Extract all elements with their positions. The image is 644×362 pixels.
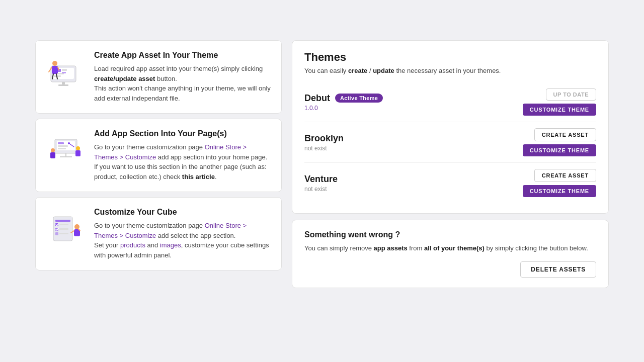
products-link[interactable]: products: [120, 241, 145, 249]
venture-name: Venture: [304, 174, 338, 185]
svg-point-36: [74, 224, 79, 229]
brooklyn-name: Brooklyn: [304, 133, 344, 144]
svg-point-22: [51, 148, 55, 152]
this-article-link[interactable]: this article: [182, 173, 215, 180]
customize-cube-body: Go to your theme customization page Onli…: [94, 221, 271, 260]
svg-rect-31: [59, 224, 68, 225]
theme-row-debut: Debut Active Theme 1.0.0 UP TO DATE CUST…: [304, 82, 596, 122]
app-assets-bold: app assets: [374, 244, 408, 252]
themes-card: Themes You can easily create / update th…: [292, 40, 609, 214]
create-asset-illustration: [46, 51, 86, 91]
venture-info: Venture not exist: [304, 174, 338, 193]
brooklyn-info: Brooklyn not exist: [304, 133, 344, 152]
svg-rect-34: [55, 232, 58, 235]
svg-rect-29: [55, 220, 70, 222]
debut-actions: UP TO DATE CUSTOMIZE THEME: [523, 88, 596, 116]
venture-create-asset-button[interactable]: CREATE ASSET: [534, 169, 596, 182]
svg-rect-6: [62, 72, 66, 73]
customize-cube-title: Customize Your Cube: [94, 208, 271, 217]
debut-version: 1.0.0: [304, 105, 383, 112]
themes-description: You can easily create / update the neces…: [304, 67, 596, 74]
error-title: Something went wrong ?: [304, 230, 596, 239]
brooklyn-status: not exist: [304, 145, 344, 152]
delete-assets-button[interactable]: DELETE ASSETS: [520, 261, 596, 278]
svg-rect-19: [58, 148, 66, 149]
error-card: Something went wrong ? You can simply re…: [292, 220, 609, 288]
theme-row-venture: Venture not exist CREATE ASSET CUSTOMIZE…: [304, 163, 596, 203]
venture-actions: CREATE ASSET CUSTOMIZE THEME: [523, 169, 596, 197]
debut-info: Debut Active Theme 1.0.0: [304, 93, 383, 112]
svg-rect-10: [52, 66, 58, 74]
update-bold: update: [373, 67, 394, 74]
brooklyn-customize-button[interactable]: CUSTOMIZE THEME: [523, 144, 596, 156]
venture-customize-button[interactable]: CUSTOMIZE THEME: [523, 185, 596, 197]
customize-cube-content: Customize Your Cube Go to your theme cus…: [94, 208, 271, 260]
svg-point-9: [52, 61, 57, 66]
venture-status: not exist: [304, 186, 338, 193]
customize-cube-illustration: [46, 208, 86, 248]
svg-rect-5: [62, 69, 67, 71]
debut-name: Debut: [304, 93, 330, 104]
add-section-illustration: [46, 129, 86, 169]
svg-rect-17: [58, 142, 64, 144]
debut-name-row: Debut Active Theme: [304, 93, 383, 104]
create-asset-body: Load required app asset into your theme(…: [94, 64, 271, 103]
svg-rect-8: [58, 84, 68, 86]
svg-point-27: [68, 142, 70, 144]
svg-rect-7: [62, 82, 65, 84]
online-store-themes-link-2[interactable]: Online Store > Themes > Customize: [94, 222, 247, 239]
themes-title: Themes: [304, 51, 596, 64]
online-store-themes-link-1[interactable]: Online Store > Themes > Customize: [94, 143, 247, 161]
svg-rect-23: [50, 152, 55, 158]
create-bold: create: [348, 67, 367, 74]
main-container: Create App Asset In Your Theme Load requ…: [35, 40, 609, 288]
theme-row-brooklyn: Brooklyn not exist CREATE ASSET CUSTOMIZ…: [304, 122, 596, 163]
add-section-body: Go to your theme customization page Onli…: [94, 142, 271, 182]
brooklyn-actions: CREATE ASSET CUSTOMIZE THEME: [523, 128, 596, 156]
svg-rect-18: [58, 145, 68, 147]
create-update-asset-bold: create/update asset: [94, 75, 155, 82]
add-section-title: Add App Section Into Your Page(s): [94, 129, 271, 138]
create-asset-card: Create App Asset In Your Theme Load requ…: [35, 40, 282, 114]
left-panel: Create App Asset In Your Theme Load requ…: [35, 40, 282, 288]
error-description: You can simply remove app assets from al…: [304, 243, 596, 253]
svg-rect-35: [59, 233, 68, 234]
images-link[interactable]: images: [160, 241, 181, 249]
debut-customize-button[interactable]: CUSTOMIZE THEME: [523, 104, 596, 116]
customize-cube-card: Customize Your Cube Go to your theme cus…: [35, 197, 282, 270]
svg-rect-25: [75, 150, 80, 156]
add-section-card: Add App Section Into Your Page(s) Go to …: [35, 119, 282, 192]
brooklyn-create-asset-button[interactable]: CREATE ASSET: [534, 128, 596, 141]
up-to-date-button[interactable]: UP TO DATE: [546, 88, 596, 101]
svg-rect-33: [59, 228, 68, 230]
venture-name-row: Venture: [304, 174, 338, 185]
create-asset-content: Create App Asset In Your Theme Load requ…: [94, 51, 271, 103]
add-section-content: Add App Section Into Your Page(s) Go to …: [94, 129, 271, 182]
brooklyn-name-row: Brooklyn: [304, 133, 344, 144]
svg-point-24: [76, 146, 80, 150]
create-asset-title: Create App Asset In Your Theme: [94, 51, 271, 60]
all-themes-bold: all of your theme(s): [424, 244, 485, 252]
right-panel: Themes You can easily create / update th…: [292, 40, 609, 288]
active-theme-badge: Active Theme: [335, 94, 383, 103]
